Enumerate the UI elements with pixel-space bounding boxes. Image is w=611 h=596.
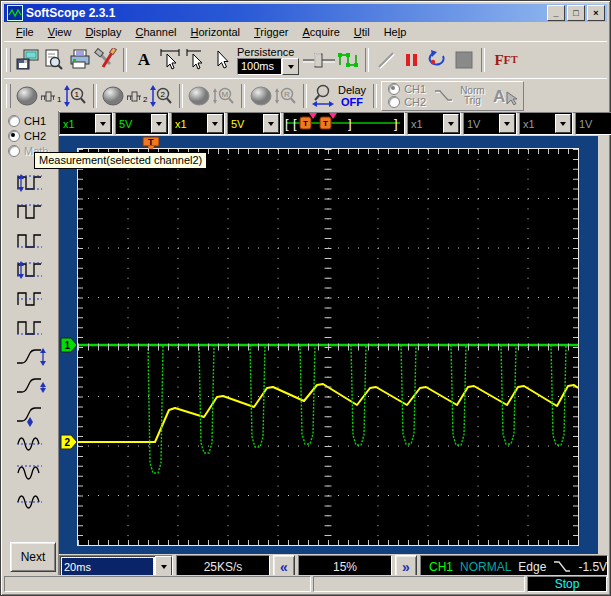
trigger-slope-icon[interactable] — [432, 87, 454, 105]
scope-display[interactable]: 12T — [59, 136, 598, 554]
title-bar: SoftScope 2.3.1 _ □ × — [4, 4, 607, 22]
cursor-markers-button[interactable] — [335, 47, 361, 73]
status-pane-left — [4, 576, 311, 592]
math-scale-select-arrow[interactable] — [499, 114, 515, 133]
trigger-level-value: -1.5V — [578, 560, 607, 574]
measure-mean-button[interactable] — [12, 285, 48, 313]
measure-peak-to-peak-button[interactable] — [12, 256, 48, 284]
menu-help[interactable]: Help — [377, 24, 414, 40]
channel-radio-ch2[interactable]: CH2 — [8, 130, 48, 142]
ch1-scale-select[interactable]: 5V — [115, 112, 169, 135]
delay-control[interactable]: Delay OFF — [338, 84, 366, 108]
measure-rms-button[interactable] — [12, 488, 48, 516]
trigger-quick-panel: CH1 CH2 Norm Trig A — [381, 81, 523, 111]
cursor-pair-button[interactable] — [157, 47, 183, 73]
math-scale-select[interactable]: 1V — [463, 112, 517, 135]
math-probe-select-arrow[interactable] — [443, 114, 459, 133]
pointer-button[interactable] — [209, 47, 235, 73]
menu-acquire[interactable]: Acquire — [295, 24, 346, 40]
ch1-offset-slider-icon[interactable]: 1 — [39, 85, 63, 107]
cursor-single-button[interactable] — [183, 47, 209, 73]
close-button[interactable]: × — [587, 5, 605, 21]
timebase-dropdown-arrow[interactable] — [155, 556, 172, 577]
toolbar-separator — [123, 48, 127, 72]
measure-top-button[interactable] — [12, 198, 48, 226]
measure-fall-time-button[interactable] — [12, 372, 48, 400]
fft-button[interactable]: FFT — [489, 47, 523, 73]
export-button[interactable] — [15, 47, 41, 73]
ch2-scale-select[interactable]: 5V — [227, 112, 281, 135]
math-zoom-button[interactable]: M — [211, 84, 237, 108]
toolbar-grip[interactable] — [6, 48, 11, 72]
ch2-scale-select-arrow[interactable] — [263, 114, 279, 133]
menu-display[interactable]: Display — [78, 24, 128, 40]
ch1-vertical-zoom-button[interactable]: 1 — [63, 84, 89, 108]
print-preview-button[interactable] — [41, 47, 67, 73]
measure-frequency-button[interactable] — [12, 430, 48, 458]
ref-zoom-button[interactable]: R — [273, 84, 299, 108]
stop-acquisition-indicator[interactable] — [451, 47, 477, 73]
ch1-position-knob[interactable] — [15, 84, 39, 108]
pause-button[interactable] — [399, 47, 425, 73]
ref-probe-select[interactable]: x1 — [519, 112, 573, 135]
math-probe-select[interactable]: x1 — [407, 112, 461, 135]
trigger-mode-value: NORMAL — [460, 560, 511, 574]
auto-repeat-button[interactable] — [425, 47, 451, 73]
channel-radio-ch1[interactable]: CH1 — [8, 115, 48, 127]
ch1-scale-select-arrow[interactable] — [151, 114, 167, 133]
persistence-dropdown-arrow[interactable] — [282, 58, 299, 75]
line-tool-button[interactable] — [373, 47, 399, 73]
measure-max-button[interactable] — [12, 459, 48, 487]
persistence-label: Persistence — [237, 46, 294, 58]
horizontal-zoom-button[interactable] — [311, 83, 335, 109]
ch2-vertical-zoom-button[interactable]: 2 — [149, 84, 175, 108]
measure-min-button[interactable] — [12, 314, 48, 342]
trigger-marker-icon[interactable]: A — [491, 84, 517, 108]
measure-amplitude-button[interactable] — [12, 169, 48, 197]
menu-view[interactable]: View — [41, 24, 79, 40]
menu-util[interactable]: Util — [347, 24, 377, 40]
softscope-window: SoftScope 2.3.1 _ □ × FileViewDisplayCha… — [0, 0, 611, 596]
text-annotation-button[interactable]: A — [131, 47, 157, 73]
ch2-scale-select-value: 5V — [228, 113, 262, 134]
menu-channel[interactable]: Channel — [128, 24, 183, 40]
svg-text:A: A — [493, 87, 505, 106]
ch2-probe-select[interactable]: x1 — [171, 112, 225, 135]
measure-base-button[interactable] — [12, 227, 48, 255]
menu-horizontal[interactable]: Horizontal — [183, 24, 247, 40]
print-button[interactable] — [67, 47, 93, 73]
ch2-probe-select-arrow[interactable] — [207, 114, 223, 133]
persistence-value[interactable]: 100ms — [237, 58, 282, 75]
separator — [93, 84, 97, 108]
ch2-offset-slider-icon[interactable]: 2 — [125, 85, 149, 107]
trigger-source-ch2-radio[interactable]: CH2 — [388, 96, 426, 108]
ref-scale-select[interactable]: 1V — [575, 112, 611, 135]
measurement-sidebar: CH1 CH2 Math Next — [4, 111, 59, 576]
horizontal-position-indicator[interactable]: [ [ ] ] T T — [283, 112, 405, 135]
menu-file[interactable]: File — [9, 24, 41, 40]
math-scale-select-value: 1V — [464, 113, 498, 134]
ch2-position-knob[interactable] — [101, 84, 125, 108]
setup-tools-button[interactable] — [93, 47, 119, 73]
radio-icon — [8, 130, 20, 142]
measure-overshoot-button[interactable] — [12, 401, 48, 429]
menu-trigger[interactable]: Trigger — [247, 24, 295, 40]
ref-position-knob[interactable] — [249, 84, 273, 108]
toolbar-grip-2[interactable] — [6, 84, 11, 108]
trigger-type-value: Edge — [518, 560, 546, 574]
maximize-button[interactable]: □ — [567, 5, 585, 21]
math-position-knob[interactable] — [187, 84, 211, 108]
fft-letter: F — [494, 53, 503, 68]
minimize-button[interactable]: _ — [547, 5, 565, 21]
radio-icon — [388, 96, 400, 108]
ref-probe-select-arrow[interactable] — [555, 114, 571, 133]
next-button[interactable]: Next — [10, 542, 56, 572]
persistence-slider[interactable] — [301, 47, 335, 73]
measure-rise-time-button[interactable] — [12, 343, 48, 371]
norm-trig-label[interactable]: Norm Trig — [460, 86, 484, 106]
menu-bar: FileViewDisplayChannelHorizontalTriggerA… — [4, 22, 607, 41]
ch1-probe-select[interactable]: x1 — [59, 112, 113, 135]
ch1-probe-select-arrow[interactable] — [95, 114, 111, 133]
trigger-source-ch1-radio[interactable]: CH1 — [388, 83, 426, 95]
window-title: SoftScope 2.3.1 — [26, 6, 547, 20]
